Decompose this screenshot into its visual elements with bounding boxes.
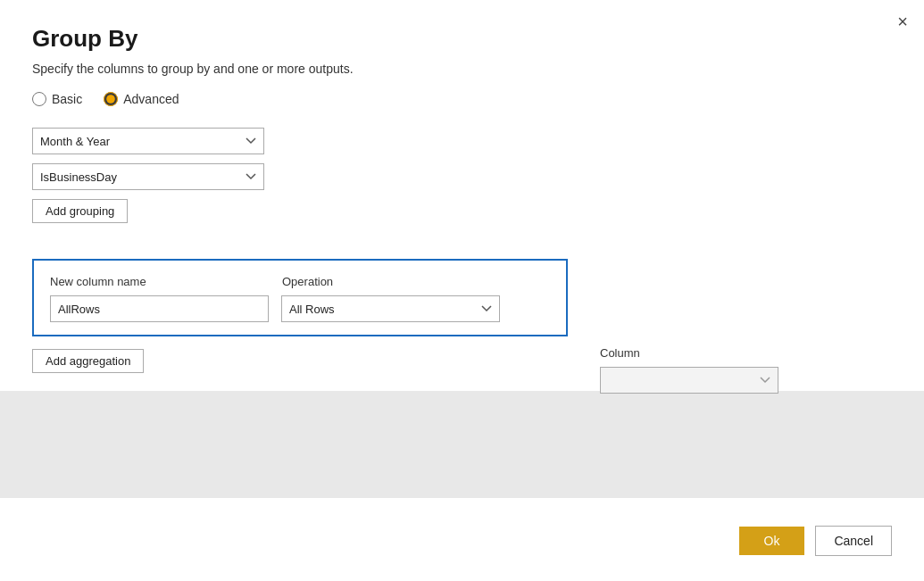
grouping-dropdown-row-2: IsBusinessDay Month & Year [32, 163, 892, 190]
aggregation-section: New column name Operation All Rows Sum A… [32, 259, 568, 336]
column-dropdown[interactable] [600, 367, 778, 394]
grouping-dropdown-1[interactable]: Month & Year IsBusinessDay [32, 128, 264, 154]
ok-button[interactable]: Ok [739, 527, 805, 555]
advanced-radio[interactable] [104, 92, 118, 106]
dialog-title: Group By [32, 25, 892, 53]
basic-radio-label[interactable]: Basic [32, 92, 82, 106]
add-aggregation-button[interactable]: Add aggregation [32, 349, 144, 373]
bottom-area [0, 391, 924, 498]
basic-radio[interactable] [32, 92, 46, 106]
grouping-section: Month & Year IsBusinessDay IsBusinessDay… [32, 128, 892, 243]
grouping-dropdown-2[interactable]: IsBusinessDay Month & Year [32, 163, 264, 190]
close-button[interactable]: × [897, 12, 908, 30]
advanced-radio-label[interactable]: Advanced [104, 92, 179, 106]
aggregation-inputs-row: All Rows Sum Average Min Max Count Count… [50, 295, 550, 322]
new-column-name-input[interactable] [50, 295, 269, 322]
dialog-footer: Ok Cancel [739, 526, 892, 556]
new-column-name-header: New column name [50, 275, 282, 288]
operation-header: Operation [282, 275, 550, 288]
dialog-subtitle: Specify the columns to group by and one … [32, 62, 892, 76]
column-label: Column [600, 346, 778, 360]
aggregation-headers: New column name Operation [50, 275, 550, 288]
cancel-button[interactable]: Cancel [815, 526, 892, 556]
add-grouping-button[interactable]: Add grouping [32, 199, 128, 223]
basic-label: Basic [52, 92, 82, 106]
mode-radio-group: Basic Advanced [32, 92, 892, 106]
advanced-label: Advanced [123, 92, 179, 106]
column-section: Column [600, 346, 778, 394]
operation-dropdown[interactable]: All Rows Sum Average Min Max Count Count… [281, 295, 500, 322]
grouping-dropdown-row-1: Month & Year IsBusinessDay [32, 128, 892, 154]
group-by-dialog: × Group By Specify the columns to group … [0, 0, 924, 581]
